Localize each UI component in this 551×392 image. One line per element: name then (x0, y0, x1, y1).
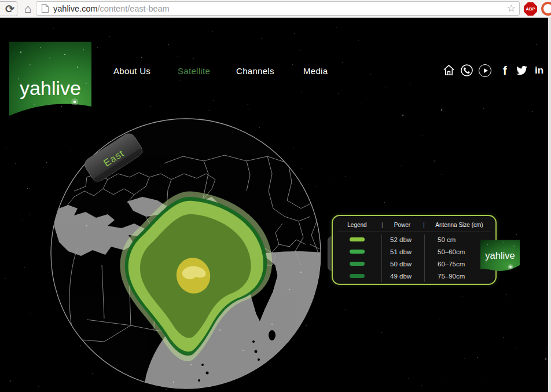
legend-row: 50 dbw 60–75cm (333, 258, 495, 270)
linkedin-icon[interactable]: in (535, 64, 543, 77)
logo-wordmark: yahlive (20, 77, 81, 99)
browser-home-button[interactable]: ⌂ (21, 2, 35, 16)
legend-header-legend: Legend (333, 222, 381, 228)
address-bar[interactable]: yahlive.com/content/east-beam ☆ (36, 1, 520, 16)
yahlive-logo[interactable]: yahlive (9, 42, 91, 122)
browser-chrome: ⟳ ⌂ yahlive.com/content/east-beam ☆ ABP (0, 0, 551, 18)
duckduckgo-icon[interactable] (541, 2, 551, 16)
legend-header-power: Power (381, 222, 423, 228)
browser-scrollbar[interactable] (548, 17, 551, 392)
logo-star-glint (509, 266, 512, 268)
logo-small-wordmark: yahlive (485, 250, 515, 261)
legend-body: 52 dbw 50 cm 51 dbw 50–60cm 50 dbw 60–75… (333, 233, 495, 283)
nav-media[interactable]: Media (303, 66, 328, 76)
nav-satellite[interactable]: Satellite (178, 66, 210, 76)
legend-power-value: 50 dbw (381, 261, 423, 268)
facebook-icon[interactable]: f (503, 64, 507, 77)
nav-channels[interactable]: Channels (236, 66, 274, 76)
sri-lanka (269, 330, 276, 340)
home-icon[interactable] (442, 64, 456, 79)
legend-panel: Legend | Power | Antenna Size (cm) 52 db… (332, 215, 497, 285)
yahlive-logo-small: yahlive (480, 237, 521, 280)
play-video-icon[interactable] (479, 64, 491, 77)
legend-header-antenna: Antenna Size (cm) (423, 222, 495, 228)
legend-column-divider (381, 235, 382, 282)
twitter-icon[interactable] (516, 65, 527, 78)
reload-icon: ⟳ (5, 2, 14, 16)
yahlive-east-beam-page: ⟳ ⌂ yahlive.com/content/east-beam ☆ ABP (0, 0, 551, 392)
page-icon (41, 3, 49, 13)
legend-swatch (350, 274, 365, 278)
legend-row: 51 dbw 50–60cm (333, 246, 495, 258)
phone-contact-icon[interactable] (460, 64, 473, 79)
legend-power-value: 51 dbw (381, 248, 423, 255)
browser-home-icon: ⌂ (24, 2, 32, 16)
legend-row: 52 dbw 50 cm (333, 233, 495, 246)
legend-power-value: 52 dbw (381, 236, 423, 243)
url-domain: yahlive.com (53, 4, 98, 13)
legend-divider (337, 232, 491, 232)
logo-star-glint (74, 101, 76, 103)
legend-column-divider (424, 235, 425, 282)
legend-row: 49 dbw 75–90cm (333, 270, 495, 282)
bookmark-star-icon[interactable]: ☆ (507, 2, 516, 14)
play-triangle (484, 68, 488, 73)
legend-power-value: 49 dbw (381, 273, 423, 280)
reload-button[interactable]: ⟳ (0, 1, 17, 16)
duck-face-icon (543, 4, 551, 13)
legend-header: Legend | Power | Antenna Size (cm) (333, 218, 495, 232)
legend-swatch (350, 250, 365, 254)
adblock-plus-icon[interactable]: ABP (524, 2, 537, 16)
url-path: /content/east-beam (98, 4, 170, 13)
legend-swatch (350, 237, 365, 241)
nav-about-us[interactable]: About Us (113, 66, 150, 76)
legend-swatch (350, 262, 365, 266)
